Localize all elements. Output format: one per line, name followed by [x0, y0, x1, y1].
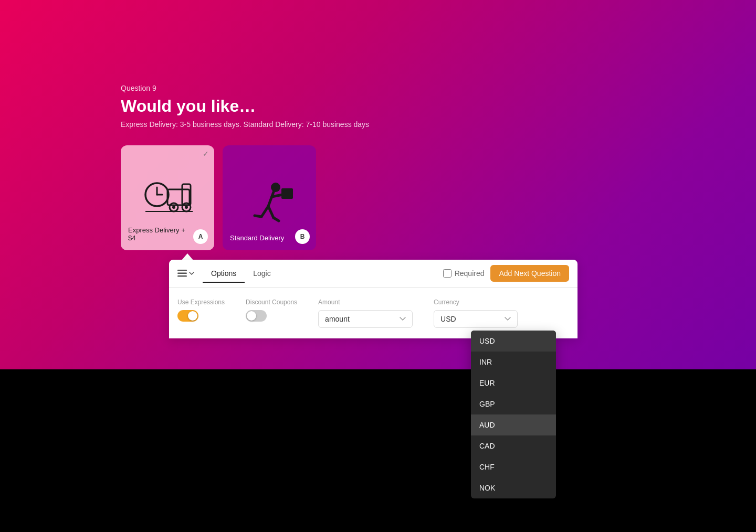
- svg-line-14: [261, 206, 268, 217]
- currency-dropdown: USDINREURGBPAUDCADCHFNOK: [471, 331, 556, 498]
- express-delivery-icon: [141, 169, 194, 222]
- currency-option-inr[interactable]: INR: [471, 352, 556, 373]
- standard-delivery-icon: [243, 177, 296, 230]
- amount-group: Amount amount: [318, 299, 413, 328]
- toggle-knob-coupons: [247, 311, 256, 321]
- toolbar-tabs: Options Logic: [203, 265, 279, 282]
- currency-group: Currency USD: [434, 299, 518, 328]
- discount-coupons-label: Discount Coupons: [246, 299, 297, 306]
- amount-select[interactable]: amount: [318, 310, 413, 328]
- add-next-question-button[interactable]: Add Next Question: [490, 265, 569, 282]
- discount-coupons-toggle[interactable]: [246, 310, 267, 322]
- svg-line-17: [274, 218, 279, 221]
- discount-coupons-group: Discount Coupons: [246, 299, 297, 322]
- svg-rect-13: [281, 188, 293, 199]
- currency-label: Currency: [434, 299, 518, 306]
- currency-option-aud[interactable]: AUD: [471, 414, 556, 435]
- card-express[interactable]: ✓: [121, 145, 214, 250]
- currency-option-nok[interactable]: NOK: [471, 477, 556, 498]
- required-check-input[interactable]: [443, 269, 452, 278]
- bottom-area: [0, 369, 756, 532]
- currency-option-cad[interactable]: CAD: [471, 435, 556, 456]
- svg-point-6: [172, 206, 175, 209]
- toolbar-right: Required Add Next Question: [443, 265, 569, 282]
- toolbar-header: Options Logic Required Add Next Question: [169, 260, 578, 288]
- currency-option-gbp[interactable]: GBP: [471, 393, 556, 414]
- use-expressions-toggle[interactable]: [177, 310, 198, 322]
- question-label: Question 9: [121, 84, 714, 92]
- currency-select[interactable]: USD: [434, 310, 518, 328]
- currency-option-eur[interactable]: EUR: [471, 373, 556, 393]
- currency-value: USD: [440, 315, 456, 323]
- tab-options[interactable]: Options: [203, 265, 245, 283]
- tab-logic[interactable]: Logic: [245, 265, 279, 283]
- svg-point-10: [271, 183, 280, 192]
- svg-line-16: [255, 216, 261, 217]
- toggle-knob-expressions: [188, 311, 197, 321]
- content-area: Question 9 Would you like… Express Deliv…: [121, 84, 714, 250]
- currency-option-chf[interactable]: CHF: [471, 456, 556, 477]
- card-standard[interactable]: Standard Delivery B: [223, 145, 316, 250]
- svg-rect-18: [177, 270, 187, 271]
- question-subtitle: Express Delivery: 3-5 business days. Sta…: [121, 120, 714, 129]
- use-expressions-label: Use Expressions: [177, 299, 225, 306]
- question-title: Would you like…: [121, 97, 714, 116]
- amount-label: Amount: [318, 299, 413, 306]
- svg-point-8: [185, 206, 188, 209]
- toolbar-menu-icon[interactable]: [177, 270, 194, 277]
- express-badge: A: [193, 229, 208, 244]
- use-expressions-group: Use Expressions: [177, 299, 225, 322]
- amount-chevron-icon: [400, 317, 406, 321]
- currency-chevron-icon: [505, 317, 511, 321]
- standard-badge: B: [295, 229, 310, 244]
- cards-row: ✓: [121, 145, 714, 250]
- currency-option-usd[interactable]: USD: [471, 331, 556, 352]
- checkmark-icon: ✓: [203, 150, 209, 158]
- svg-rect-20: [177, 275, 187, 277]
- svg-rect-19: [177, 273, 187, 274]
- toolbar-panel: Options Logic Required Add Next Question…: [169, 260, 578, 338]
- required-label: Required: [455, 269, 485, 278]
- svg-line-11: [268, 192, 274, 206]
- svg-line-15: [268, 206, 274, 218]
- required-checkbox[interactable]: Required: [443, 269, 485, 278]
- amount-value: amount: [325, 315, 350, 323]
